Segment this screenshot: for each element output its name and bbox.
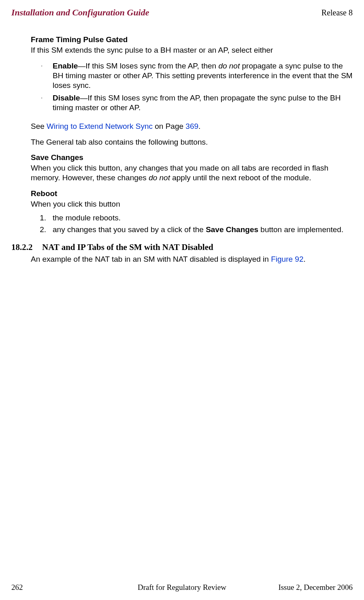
header-release: Release 8 (321, 8, 353, 17)
text: apply until the next reboot of the modul… (170, 173, 311, 182)
heading-number: 18.2.2 (11, 242, 42, 253)
option-label-disable: Disable (53, 94, 80, 102)
see-reference: See Wiring to Extend Network Sync on Pag… (31, 122, 353, 131)
list-item: ◦ Disable—If this SM loses sync from the… (31, 93, 353, 113)
page-content: Frame Timing Pulse Gated If this SM exte… (31, 35, 353, 264)
list-body: any changes that you saved by a click of… (53, 225, 353, 235)
text: any changes that you saved by a click of… (53, 225, 206, 234)
header-title: Installation and Configuration Guide (11, 7, 149, 18)
general-tab-note: The General tab also contains the follow… (31, 137, 353, 147)
section-intro: If this SM extends the sync pulse to a B… (31, 45, 353, 55)
button-name-reference: Save Changes (206, 225, 258, 234)
text-emphasis: do not (218, 62, 240, 70)
bullet-list-enable-disable: ◦ Enable—If this SM loses sync from the … (31, 61, 353, 113)
footer-issue-date: Issue 2, December 2006 (278, 583, 353, 592)
option-label-enable: Enable (53, 62, 78, 70)
number-marker: 1. (31, 213, 53, 223)
page-number-link[interactable]: 369 (185, 122, 198, 130)
cross-reference-link[interactable]: Wiring to Extend Network Sync (47, 122, 153, 130)
text: on Page (153, 122, 185, 130)
page-footer: Draft for Regulatory Review 262 Issue 2,… (11, 583, 353, 592)
text: —If this SM loses sync from the AP, then (78, 62, 218, 70)
save-changes-description: When you click this button, any changes … (31, 163, 353, 183)
heading-nat-ip-tabs: 18.2.2 NAT and IP Tabs of the SM with NA… (11, 242, 353, 253)
reboot-intro: When you click this button (31, 199, 353, 209)
number-marker: 2. (31, 225, 53, 235)
list-item: 2. any changes that you saved by a click… (31, 225, 353, 235)
bullet-marker-icon: ◦ (31, 61, 53, 91)
footer-page-number: 262 (11, 583, 23, 592)
text: —If this SM loses sync from the AP, then… (53, 94, 341, 112)
page-header: Installation and Configuration Guide Rel… (11, 7, 353, 18)
text: button are implemented. (258, 225, 343, 234)
text: See (31, 122, 47, 130)
text-emphasis: do not (149, 173, 170, 182)
section-title-save-changes: Save Changes (31, 153, 353, 162)
section-title-frame-timing: Frame Timing Pulse Gated (31, 35, 353, 45)
text: An example of the NAT tab in an SM with … (31, 255, 271, 263)
figure-reference-link[interactable]: Figure 92 (271, 255, 303, 263)
bullet-marker-icon: ◦ (31, 93, 53, 113)
section-title-reboot: Reboot (31, 189, 353, 199)
text: . (303, 255, 305, 263)
nat-ip-description: An example of the NAT tab in an SM with … (31, 254, 353, 264)
text: . (198, 122, 200, 130)
numbered-list-reboot: 1. the module reboots. 2. any changes th… (31, 213, 353, 235)
bullet-body: Disable—If this SM loses sync from the A… (53, 93, 353, 113)
list-item: 1. the module reboots. (31, 213, 353, 223)
list-item: ◦ Enable—If this SM loses sync from the … (31, 61, 353, 91)
document-page: Installation and Configuration Guide Rel… (0, 0, 364, 600)
text: the module reboots. (53, 213, 353, 223)
bullet-body: Enable—If this SM loses sync from the AP… (53, 61, 353, 91)
heading-title: NAT and IP Tabs of the SM with NAT Disab… (42, 242, 213, 253)
